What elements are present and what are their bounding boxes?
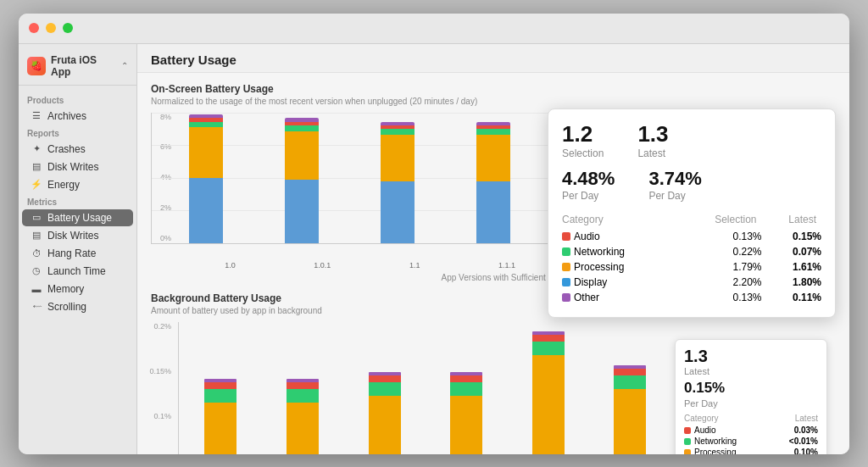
- bg-latest-label: Latest: [684, 366, 818, 376]
- cat-selection-cell: 2.20%: [676, 275, 762, 290]
- disk-writes-report-icon: ▤: [31, 161, 42, 172]
- table-row: Processing 1.79% 1.61%: [562, 259, 821, 275]
- scrolling-icon: ⬳: [31, 302, 42, 312]
- hang-rate-icon: ⏱: [31, 248, 42, 259]
- sidebar-item-scrolling[interactable]: ⬳ Scrolling: [22, 298, 133, 315]
- energy-icon: ⚡: [31, 179, 42, 190]
- bg-tooltip: 1.3 Latest 0.15% Per Day Category Latest: [675, 339, 827, 454]
- cat-col-header: Category: [562, 212, 676, 229]
- cat-selection-cell: 0.22%: [676, 244, 762, 259]
- tooltip-popup: 1.2 Selection 1.3 Latest 4.48% Per: [548, 108, 836, 318]
- bg-cat-header: Category: [684, 414, 771, 425]
- battery-icon: ▭: [31, 212, 42, 223]
- bar-group-1.1.1: [448, 113, 539, 243]
- page-title: Battery Usage: [151, 53, 836, 67]
- cat-latest-cell: 1.80%: [762, 275, 821, 290]
- tooltip-table: Category Selection Latest Audio 0.13% 0.…: [562, 212, 821, 305]
- tooltip-versions: 1.2 Selection 1.3 Latest: [562, 121, 821, 159]
- tooltip-pct-row: 4.48% Per Day 3.74% Per Day: [562, 168, 821, 202]
- cat-latest-cell: 0.15%: [762, 229, 821, 244]
- bg-segment-audio: [450, 375, 482, 382]
- scrolling-label: Scrolling: [47, 301, 86, 313]
- bg-tooltip-version: 1.3 Latest: [684, 347, 818, 376]
- cat-name-cell: Networking: [562, 244, 676, 259]
- minimize-button[interactable]: [46, 23, 56, 33]
- latest-version-num: 1.3: [637, 121, 668, 147]
- launch-time-icon: ◷: [31, 265, 42, 276]
- bg-y-axis: 0.2% 0.15% 0.1%: [151, 322, 175, 454]
- sidebar-item-disk-writes[interactable]: ▤ Disk Writes: [22, 227, 133, 244]
- segment-networking: [381, 129, 415, 135]
- bg-bar-group: [510, 322, 587, 454]
- bg-segment-processing: [450, 396, 482, 454]
- tooltip-selection-version: 1.2 Selection: [562, 121, 604, 159]
- sidebar-item-hang-rate[interactable]: ⏱ Hang Rate: [22, 245, 133, 262]
- cat-name-cell: Display: [562, 275, 676, 290]
- main-content: Battery Usage On-Screen Battery Usage No…: [137, 44, 849, 454]
- segment-processing: [476, 135, 510, 181]
- cat-name-cell: Other: [562, 290, 676, 305]
- x-label-1.1.1: 1.1.1: [464, 259, 551, 270]
- disk-writes-icon: ▤: [31, 230, 42, 241]
- x-label-1.0.1: 1.0.1: [279, 259, 366, 270]
- bg-segment-networking: [450, 382, 482, 396]
- close-button[interactable]: [29, 23, 39, 33]
- bg-tooltip-table: Category Latest Audio 0.03% Networking <…: [684, 414, 818, 454]
- bg-segment-audio: [614, 369, 646, 375]
- chevron-icon: ⌃: [121, 61, 128, 70]
- cat-selection-cell: 1.79%: [676, 259, 762, 275]
- segment-display: [285, 180, 319, 243]
- segment-display: [381, 181, 415, 243]
- segment-display: [189, 178, 223, 243]
- segment-networking: [189, 122, 223, 128]
- segment-processing: [381, 135, 415, 181]
- bar-group-1.0: [160, 113, 251, 243]
- bg-segment-networking: [204, 389, 236, 403]
- selection-pct-val: 4.48%: [562, 168, 615, 190]
- sidebar-item-memory[interactable]: ▬ Memory: [22, 281, 133, 297]
- on-screen-subtitle: Normalized to the usage of the most rece…: [151, 97, 836, 106]
- sidebar-item-disk-writes-report[interactable]: ▤ Disk Writes: [22, 158, 133, 175]
- sidebar-item-battery-usage[interactable]: ▭ Battery Usage: [22, 209, 133, 226]
- battery-usage-label: Battery Usage: [47, 212, 112, 224]
- window-body: 🍓 Fruta iOS App ⌃ Products ☰ Archives Re…: [19, 44, 849, 454]
- table-row: Other 0.13% 0.11%: [562, 290, 821, 305]
- lat-col-header: Latest: [762, 212, 821, 229]
- table-row: Audio 0.13% 0.15%: [562, 229, 821, 244]
- bg-segment-processing: [614, 389, 646, 453]
- tooltip-latest-pct: 3.74% Per Day: [648, 168, 701, 202]
- hang-rate-label: Hang Rate: [47, 247, 96, 259]
- bg-segment-networking: [614, 375, 646, 389]
- segment-display: [476, 181, 510, 243]
- sidebar-item-energy[interactable]: ⚡ Energy: [22, 176, 133, 193]
- selection-version-num: 1.2: [562, 121, 604, 147]
- bg-segment-networking: [369, 382, 401, 396]
- table-row: Audio 0.03%: [684, 425, 818, 436]
- cat-selection-cell: 0.13%: [676, 229, 762, 244]
- x-label-1.1: 1.1: [371, 259, 459, 270]
- crashes-icon: ✦: [31, 143, 42, 154]
- sidebar-item-crashes[interactable]: ✦ Crashes: [22, 141, 133, 158]
- cat-name-cell: Audio: [562, 229, 676, 244]
- table-row: Display 2.20% 1.80%: [562, 275, 821, 290]
- sel-col-header: Selection: [676, 212, 762, 229]
- sidebar-item-archives[interactable]: ☰ Archives: [22, 108, 133, 125]
- bg-segment-networking: [532, 342, 565, 355]
- maximize-button[interactable]: [63, 23, 73, 33]
- bg-segment-processing: [532, 355, 565, 453]
- table-row: Networking 0.22% 0.07%: [562, 244, 821, 259]
- sidebar-item-launch-time[interactable]: ◷ Launch Time: [22, 263, 133, 280]
- cat-selection-cell: 0.13%: [676, 290, 762, 305]
- disk-writes-report-label: Disk Writes: [47, 161, 98, 173]
- app-header[interactable]: 🍓 Fruta iOS App ⌃: [19, 51, 136, 86]
- bg-bar-group: [346, 322, 423, 454]
- latest-pct-val: 3.74%: [648, 168, 701, 190]
- memory-icon: ▬: [31, 284, 42, 294]
- bg-segment-audio: [369, 375, 401, 382]
- archives-icon: ☰: [31, 110, 42, 121]
- bg-segment-audio: [204, 382, 236, 389]
- bg-bar-group: [264, 322, 342, 454]
- bar-group-1.1: [353, 113, 443, 243]
- main-window: 🍓 Fruta iOS App ⌃ Products ☰ Archives Re…: [19, 14, 849, 454]
- selection-pct-label: Per Day: [562, 190, 615, 202]
